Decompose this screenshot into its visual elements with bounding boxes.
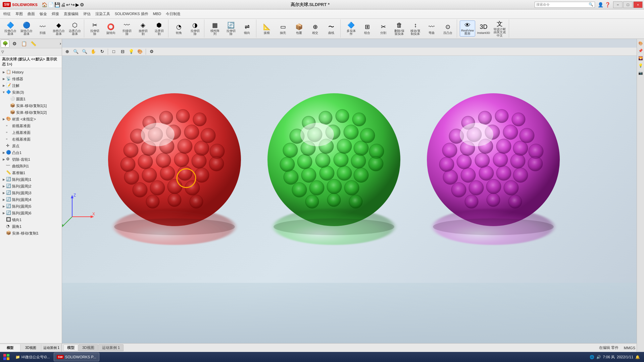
extrude-cut-button[interactable]: ✂ 拉伸切除 — [87, 20, 102, 37]
open-file-icon[interactable]: 📄 — [48, 2, 54, 7]
print-icon[interactable]: 🖨 — [61, 2, 65, 7]
search-box[interactable]: 搜索命令 🔍 — [535, 2, 595, 8]
minimize-button[interactable]: − — [613, 1, 623, 8]
display-style-button[interactable]: □ — [110, 48, 117, 55]
rp-appearances-btn[interactable]: 🎨 — [638, 40, 644, 46]
settings-icon[interactable]: ⚙ — [80, 2, 84, 7]
multibody-button[interactable]: 🔷 多实体件 — [343, 20, 359, 37]
rp-scenes-btn[interactable]: 🌄 — [638, 55, 644, 61]
wrap-button[interactable]: 📦 包覆 — [291, 20, 307, 37]
history-item[interactable]: ▶ 📋 History — [0, 69, 62, 75]
rp-lights-btn[interactable]: 💡 — [638, 62, 644, 68]
appearances-button[interactable]: 🎨 — [136, 48, 144, 55]
menu-sw-plugin[interactable]: SOLIDWORKS 插件 — [113, 11, 150, 17]
circ3-item[interactable]: ▶ 🔄 陈列(圆周)3 — [0, 190, 62, 196]
taskbar-solidworks[interactable]: SW SOLIDWORKS P... — [54, 353, 99, 361]
property-tab[interactable]: ⚙ — [10, 40, 19, 48]
user-icon[interactable]: 👤 — [598, 2, 603, 7]
flex-button[interactable]: 〰 弯曲 — [424, 20, 439, 37]
loft-button[interactable]: ◆ 放样凸台基体 — [51, 20, 66, 37]
close-button[interactable]: × — [633, 1, 643, 8]
sweep-button[interactable]: 〰 扫描 — [35, 20, 50, 37]
notification-icon[interactable]: 🔔 — [635, 355, 640, 359]
menu-mbd[interactable]: MBD — [151, 11, 163, 16]
main-viewport[interactable]: Z X Y — [62, 56, 637, 343]
realview-button[interactable]: 👁 RealView图形 — [460, 20, 475, 37]
history-expand[interactable]: ▶ — [1, 70, 6, 74]
menu-sheetmetal[interactable]: 钣金 — [38, 11, 49, 17]
cut-tooth1-item[interactable]: ▶ ⚙ 切除-齿轮1 — [0, 156, 62, 163]
curve-array-item[interactable]: ▶ 〰 曲线阵列1 — [0, 163, 62, 169]
view-settings-button[interactable]: ⚙ — [148, 48, 155, 55]
sensors-item[interactable]: ▶ 📡 传感器 — [0, 75, 62, 82]
intersect-button[interactable]: ⊕ 相交 — [307, 20, 323, 37]
sensors-expand[interactable]: ▶ — [1, 76, 6, 81]
undo-icon[interactable]: ↩ — [66, 2, 70, 7]
pan-button[interactable]: ✋ — [90, 48, 97, 55]
solids-expand[interactable]: ▼ — [1, 90, 6, 95]
menu-surface[interactable]: 曲面 — [26, 11, 37, 17]
start-button[interactable] — [1, 353, 11, 361]
move2-item[interactable]: ▶ 📦 实体-移动/复制1[2] — [0, 109, 62, 116]
origin-item[interactable]: ▶ ✛ 原点 — [0, 143, 62, 149]
maximize-button[interactable]: □ — [623, 1, 633, 8]
lights-button[interactable]: 💡 — [128, 48, 135, 55]
expand-panel-button[interactable]: › — [60, 41, 61, 46]
annotations-item[interactable]: ▶ 📝 注解 — [0, 82, 62, 89]
section-view-button[interactable]: ⊟ — [119, 48, 126, 55]
zoom-area-button[interactable]: 🔍 — [81, 48, 88, 55]
linear-pattern-button[interactable]: ▦ 线性阵列 — [207, 20, 222, 37]
combine-button[interactable]: ⊞ 组合 — [359, 20, 375, 37]
delete-body-button[interactable]: 🗑 删除/保留实体 — [392, 20, 407, 37]
options-icon[interactable]: ▶ — [76, 2, 79, 7]
menu-evaluate[interactable]: 评估 — [81, 11, 93, 17]
cut-tooth1-expand[interactable]: ▶ — [1, 157, 6, 162]
curve-button[interactable]: 〜 曲线 — [324, 20, 339, 37]
menu-today[interactable]: 今日制造 — [164, 11, 183, 17]
help-icon[interactable]: ❓ — [605, 2, 610, 7]
rp-cameras-btn[interactable]: 📷 — [638, 70, 644, 76]
solids-item[interactable]: ▼ 🔷 实体(3) — [0, 89, 62, 96]
menu-direct[interactable]: 直接编辑 — [62, 11, 81, 17]
rp-decals-btn[interactable]: 📌 — [638, 48, 644, 54]
fillet-button[interactable]: ◔ 转角 — [171, 20, 187, 37]
loft-cut-button[interactable]: ◈ 放样切割 — [135, 20, 151, 37]
boss1-expand[interactable]: ▶ — [1, 150, 6, 155]
annotations-expand[interactable]: ▶ — [1, 83, 6, 88]
zoom-fit-button[interactable]: 🔍 — [72, 48, 80, 55]
3dview-tab[interactable]: 3D视图 — [20, 344, 41, 352]
config-tab[interactable]: 📋 — [19, 40, 28, 48]
boundary-button[interactable]: ⬡ 边界凸台基体 — [67, 20, 83, 37]
save-icon[interactable]: 💾 — [54, 2, 60, 7]
circ6-item[interactable]: ▶ 🔄 陈列(圆周)6 — [0, 210, 62, 216]
circ5-item[interactable]: ▶ 🔄 陈列(圆周)5 — [0, 203, 62, 210]
mirror-button[interactable]: ⇌ 镜向 — [239, 20, 255, 37]
boundary-cut-button[interactable]: ⬢ 边界切割 — [151, 20, 167, 37]
sweep-cut-button[interactable]: 〰 扫描切除 — [119, 20, 135, 37]
draft-button[interactable]: 📐 拔模 — [259, 20, 275, 37]
menu-render[interactable]: 渲染工具 — [93, 11, 112, 17]
circ4-item[interactable]: ▶ 🔄 陈列(圆周)4 — [0, 196, 62, 203]
circ2-expand[interactable]: ▶ — [1, 184, 6, 189]
3dview-tab-status[interactable]: 3D视图 — [79, 344, 98, 351]
view-orient-button[interactable]: ⊕ — [63, 48, 71, 55]
indent-button[interactable]: ⊙ 压凸台 — [440, 20, 455, 37]
material-expand[interactable]: ▶ — [1, 117, 6, 121]
rotate-button[interactable]: ↻ — [98, 48, 106, 55]
menu-weld[interactable]: 焊接 — [50, 11, 61, 17]
revolve-boss-button[interactable]: 🔵 旋转凸台基体 — [19, 20, 34, 37]
dimxpert-tab[interactable]: 📏 — [29, 40, 38, 48]
motion-tab-status[interactable]: 运动算例 1 — [98, 344, 123, 351]
revolve-cut-button[interactable]: ⭕ 旋转向 — [103, 20, 118, 37]
sphere1-item[interactable]: ▶ ⚪ 圆面1 — [0, 96, 62, 102]
move1-item[interactable]: ▶ 📦 实体-移动/复制1[1] — [0, 102, 62, 109]
shell-button[interactable]: ▭ 抽壳 — [275, 20, 291, 37]
split-button[interactable]: ✂ 分割 — [376, 20, 391, 37]
chamfer-button[interactable]: ◑ 拉伸切除 — [187, 20, 203, 37]
mirror1-item[interactable]: ▶ 🔲 镜向1 — [0, 216, 62, 223]
circ6-expand[interactable]: ▶ — [1, 211, 6, 215]
extrude-boss-button[interactable]: 🔷 拉伸凸台基体 — [3, 20, 18, 37]
menu-sketch[interactable]: 草图 — [13, 11, 25, 17]
front-plane-item[interactable]: ▶ ▫ 前视基准面 — [0, 122, 62, 129]
menu-feature[interactable]: 特征 — [1, 11, 13, 17]
